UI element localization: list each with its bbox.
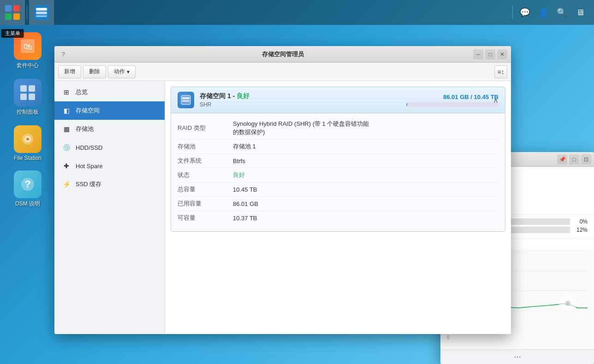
taskbar-storage-manager[interactable]: [29, 0, 54, 25]
pool-icon: ▦: [62, 124, 71, 134]
detail-fs-value: Btrfs: [233, 158, 245, 164]
storage-toolbar: 新增 删除 动作 ▾ ≡↕: [54, 63, 511, 81]
sidebar-item-hdd[interactable]: 💿 HDD/SSD: [54, 138, 165, 157]
control-panel-label: 控制面板: [17, 108, 39, 116]
storage-usage: 86.01 GB / 10.45 TB: [406, 94, 499, 107]
svg-rect-10: [20, 85, 27, 92]
toolbar-action-btn[interactable]: 动作 ▾: [108, 65, 136, 78]
svg-rect-2: [5, 13, 12, 20]
package-center-icon: 🛍: [14, 32, 42, 60]
search-icon-btn[interactable]: 🔍: [553, 4, 570, 21]
window-help-btn[interactable]: ?: [58, 49, 68, 59]
storage-usage-text: 86.01 GB / 10.45 TB: [443, 94, 499, 100]
sidebar-item-hot-spare[interactable]: ✚ Hot Spare: [54, 157, 165, 175]
desktop-icon-control-panel[interactable]: 控制面板: [5, 76, 51, 119]
toolbar-add-btn[interactable]: 新增: [58, 65, 81, 78]
storage-item-dash: -: [233, 92, 237, 100]
window-restore-btn[interactable]: □: [485, 49, 495, 59]
storage-item-header: 存储空间 1 - 良好 SHR 86.01 GB / 10.45 TB ∧: [171, 87, 505, 113]
detail-available-label: 可容量: [178, 214, 233, 222]
hdd-icon: 💿: [62, 143, 71, 152]
desktop-icon-package-center[interactable]: 🛍 套件中心: [5, 29, 51, 72]
dsm-help-icon: ?: [14, 170, 42, 198]
detail-used: 已用容量 86.01 GB: [178, 197, 499, 211]
toolbar-action-label: 动作: [114, 68, 125, 76]
svg-rect-11: [29, 85, 35, 92]
control-panel-icon: [14, 79, 42, 106]
taskbar-right-divider: [512, 6, 513, 19]
monitor-maximize-btn[interactable]: ⊡: [581, 154, 591, 164]
detail-total-label: 总容量: [178, 185, 233, 194]
detail-available: 可容量 10.37 TB: [178, 211, 499, 225]
sidebar-item-ssd-cache[interactable]: ⚡ SSD 缓存: [54, 175, 165, 194]
monitor-footer-icon[interactable]: ⋯: [511, 351, 524, 364]
svg-rect-0: [5, 5, 12, 12]
dsm-help-svg: ?: [19, 176, 36, 193]
storage-item-1: 存储空间 1 - 良好 SHR 86.01 GB / 10.45 TB ∧: [171, 87, 505, 232]
storage-usage-bar-bg: [406, 102, 499, 107]
svg-rect-3: [13, 13, 20, 20]
svg-rect-6: [36, 12, 47, 14]
file-station-svg: [19, 130, 36, 148]
detail-used-label: 已用容量: [178, 200, 233, 208]
overview-icon: ⊞: [62, 88, 71, 97]
sidebar-ssd-cache-label: SSD 缓存: [76, 180, 101, 188]
monitor-bar-pct-0: 0%: [574, 218, 588, 225]
storage-details: RAID 类型 Synology Hybrid RAID (SHR) (带 1 …: [171, 113, 505, 231]
toolbar-action-arrow: ▾: [127, 69, 130, 75]
user-icon-btn[interactable]: 👤: [535, 4, 552, 21]
toolbar-delete-btn[interactable]: 删除: [83, 65, 106, 78]
window-minimize-btn[interactable]: ─: [473, 49, 483, 59]
monitor-footer: ⋯: [440, 349, 594, 364]
chat-icon-btn[interactable]: 💬: [517, 4, 533, 21]
main-menu-icon: [4, 4, 21, 21]
svg-rect-13: [29, 94, 35, 100]
sidebar-item-overview[interactable]: ⊞ 总览: [54, 83, 165, 101]
storage-icon: ◧: [62, 106, 71, 115]
detail-status: 状态 良好: [178, 168, 499, 182]
taskbar-apps: 主菜单: [0, 0, 54, 25]
detail-raid-type-value: Synology Hybrid RAID (SHR) (带 1 个硬盘容错功能的…: [233, 120, 369, 136]
sidebar-hdd-label: HDD/SSD: [76, 144, 103, 151]
svg-text:⊕: ⊕: [565, 299, 571, 307]
sidebar-item-storage[interactable]: ◧ 存储空间: [54, 101, 165, 120]
desktop-icon-file-station[interactable]: File Station: [5, 123, 51, 164]
toolbar-sort-btn[interactable]: ≡↕: [494, 65, 507, 78]
sidebar-storage-label: 存储空间: [76, 106, 100, 115]
detail-pool-value: 存储池 1: [233, 142, 256, 151]
ssd-cache-icon: ⚡: [62, 180, 71, 189]
monitor-restore-btn[interactable]: □: [569, 154, 579, 164]
taskbar: 主菜单 💬 👤 🔍 🖥: [0, 0, 594, 25]
display-icon-btn[interactable]: 🖥: [572, 4, 588, 21]
storage-title-area: 存储空间 1 - 良好 SHR: [200, 92, 401, 108]
detail-used-value: 86.01 GB: [233, 200, 258, 207]
storage-item-status: 良好: [237, 92, 249, 100]
detail-total: 总容量 10.45 TB: [178, 182, 499, 197]
storage-window-titlebar: ? 存储空间管理员 ─ □ ✕: [54, 46, 511, 63]
svg-point-16: [26, 138, 29, 141]
monitor-pin-btn[interactable]: 📌: [557, 154, 567, 164]
file-station-icon: [14, 125, 42, 153]
detail-filesystem: 文件系统 Btrfs: [178, 154, 499, 168]
svg-text:?: ?: [24, 178, 30, 190]
desktop-icon-dsm-help[interactable]: ? DSM 说明: [5, 168, 51, 211]
storage-item-icon: [178, 92, 194, 108]
detail-available-value: 10.37 TB: [233, 215, 257, 222]
file-station-label: File Station: [14, 155, 42, 161]
storage-window-body: ⊞ 总览 ◧ 存储空间 ▦ 存储池 💿 HDD/SSD ✚ Hot Spare …: [54, 81, 511, 334]
svg-text:🛍: 🛍: [24, 42, 32, 51]
storage-manager-window: ? 存储空间管理员 ─ □ ✕ 新增 删除 动作 ▾ ≡↕ ⊞ 总览 ◧ 存储空…: [54, 46, 511, 334]
window-close-btn[interactable]: ✕: [497, 49, 507, 59]
desktop-icons: 🛍 套件中心 控制面板 File Station: [5, 29, 51, 211]
monitor-bar-pct-1: 12%: [574, 227, 588, 233]
sidebar-hot-spare-label: Hot Spare: [76, 163, 103, 170]
storage-content: 存储空间 1 - 良好 SHR 86.01 GB / 10.45 TB ∧: [165, 81, 511, 334]
taskbar-main-menu[interactable]: 主菜单: [0, 0, 25, 25]
detail-raid-type-label: RAID 类型: [178, 124, 233, 132]
storage-collapse-btn[interactable]: ∧: [493, 96, 499, 105]
sidebar-item-pool[interactable]: ▦ 存储池: [54, 120, 165, 138]
hot-spare-icon: ✚: [62, 161, 71, 170]
storage-window-title: 存储空间管理员: [262, 50, 304, 59]
detail-total-value: 10.45 TB: [233, 186, 257, 193]
detail-pool-label: 存储池: [178, 142, 233, 151]
